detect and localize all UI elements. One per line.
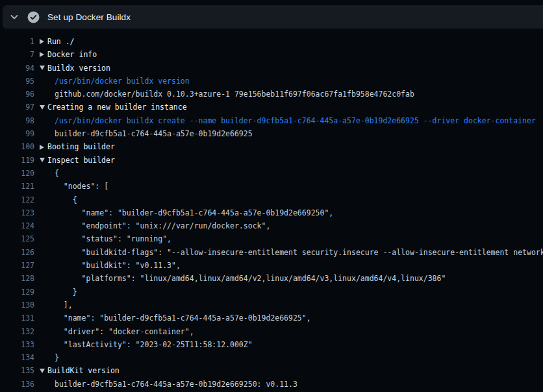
log-text: } (55, 286, 77, 299)
log-line: 119 Inspect builder (0, 154, 543, 167)
log-text: github.com/docker/buildx 0.10.3+azure-1 … (55, 88, 414, 101)
line-number[interactable]: 99 (0, 127, 34, 140)
line-number[interactable]: 94 (0, 62, 34, 75)
log-text: "buildkit": "v0.11.3", (55, 259, 181, 272)
line-number[interactable]: 134 (0, 351, 34, 364)
log-body: 1 Run ./ 7 Docker info 94 Buildx version… (0, 29, 543, 391)
group-expand-icon[interactable] (40, 48, 47, 61)
log-text: } (55, 351, 59, 364)
log-line: 100 Booting builder (0, 140, 543, 153)
log-line: 121 "nodes": [ (0, 180, 543, 193)
log-text: "endpoint": "unix:///var/run/docker.sock… (55, 219, 270, 232)
line-number[interactable]: 7 (0, 48, 34, 61)
log-text: "name": "builder-d9cfb5a1-c764-445a-a57e… (55, 312, 311, 325)
log-line: 136 builder-d9cfb5a1-c764-445a-a57e-0b19… (0, 378, 543, 391)
log-text: "nodes": [ (55, 180, 108, 193)
log-text: { (55, 193, 77, 206)
log-line: 97 Creating a new builder instance (0, 101, 543, 114)
line-number[interactable]: 128 (0, 272, 34, 285)
chevron-down-icon[interactable] (9, 12, 19, 22)
line-number[interactable]: 124 (0, 219, 34, 232)
step-header[interactable]: Set up Docker Buildx (3, 5, 543, 29)
group-collapse-icon[interactable] (40, 154, 47, 167)
log-text: "name": "builder-d9cfb5a1-c764-445a-a57e… (55, 206, 333, 219)
line-number[interactable]: 120 (0, 167, 34, 180)
line-number[interactable]: 121 (0, 180, 34, 193)
line-number[interactable]: 97 (0, 101, 34, 114)
line-number[interactable]: 129 (0, 286, 34, 299)
line-number[interactable]: 135 (0, 364, 34, 377)
line-number[interactable]: 130 (0, 299, 34, 312)
line-number[interactable]: 131 (0, 312, 34, 325)
check-circle-icon (27, 11, 40, 23)
group-collapse-icon[interactable] (40, 62, 47, 75)
log-line: 98 /usr/bin/docker buildx create --name … (0, 114, 543, 127)
line-number[interactable]: 1 (0, 35, 34, 48)
line-number[interactable]: 100 (0, 140, 34, 153)
step-title: Set up Docker Buildx (47, 12, 131, 22)
log-line: 131 "name": "builder-d9cfb5a1-c764-445a-… (0, 312, 543, 325)
log-text: "buildkitd-flags": "--allow-insecure-ent… (55, 246, 543, 259)
line-number[interactable]: 126 (0, 246, 34, 259)
log-text: ], (55, 299, 73, 312)
group-expand-icon[interactable] (40, 140, 47, 153)
log-text: { (55, 167, 59, 180)
log-text: "status": "running", (55, 232, 171, 245)
log-text: Docker info (47, 48, 97, 61)
log-line: 124 "endpoint": "unix:///var/run/docker.… (0, 219, 543, 232)
log-text: Booting builder (47, 140, 115, 153)
log-line: 1 Run ./ (0, 35, 543, 48)
log-line: 7 Docker info (0, 48, 543, 61)
line-number[interactable]: 133 (0, 338, 34, 351)
log-text: Inspect builder (47, 154, 115, 167)
log-text: builder-d9cfb5a1-c764-445a-a57e-0b19d2e6… (55, 378, 297, 391)
log-line: 122 { (0, 193, 543, 206)
log-line: 94 Buildx version (0, 62, 543, 75)
log-line: 135 BuildKit version (0, 364, 543, 377)
log-line: 132 "driver": "docker-container", (0, 325, 543, 338)
log-text: /usr/bin/docker buildx version (55, 75, 190, 88)
log-line: 130 ], (0, 299, 543, 312)
log-line: 95 /usr/bin/docker buildx version (0, 75, 543, 88)
log-line: 133 "lastActivity": "2023-02-25T11:58:12… (0, 338, 543, 351)
log-line: 129 } (0, 286, 543, 299)
log-text: Buildx version (47, 62, 110, 75)
log-line: 126 "buildkitd-flags": "--allow-insecure… (0, 246, 543, 259)
line-number[interactable]: 127 (0, 259, 34, 272)
log-line: 125 "status": "running", (0, 232, 543, 245)
line-number[interactable]: 125 (0, 232, 34, 245)
log-text: "driver": "docker-container", (55, 325, 194, 338)
line-number[interactable]: 123 (0, 206, 34, 219)
log-text: "lastActivity": "2023-02-25T11:58:12.000… (55, 338, 253, 351)
group-collapse-icon[interactable] (40, 101, 47, 114)
log-line: 99 builder-d9cfb5a1-c764-445a-a57e-0b19d… (0, 127, 543, 140)
log-text: Run ./ (47, 35, 75, 48)
line-number[interactable]: 96 (0, 88, 34, 101)
log-line: 128 "platforms": "linux/amd64,linux/amd6… (0, 272, 543, 285)
log-text: /usr/bin/docker buildx create --name bui… (55, 114, 536, 127)
line-number[interactable]: 132 (0, 325, 34, 338)
group-collapse-icon[interactable] (40, 364, 47, 377)
line-number[interactable]: 119 (0, 154, 34, 167)
log-line: 127 "buildkit": "v0.11.3", (0, 259, 543, 272)
line-number[interactable]: 95 (0, 75, 34, 88)
log-line: 96 github.com/docker/buildx 0.10.3+azure… (0, 88, 543, 101)
log-text: builder-d9cfb5a1-c764-445a-a57e-0b19d2e6… (55, 127, 253, 140)
log-line: 134 } (0, 351, 543, 364)
log-text: Creating a new builder instance (47, 101, 187, 114)
line-number[interactable]: 98 (0, 114, 34, 127)
log-text: "platforms": "linux/amd64,linux/amd64/v2… (55, 272, 446, 285)
log-line: 120 { (0, 167, 543, 180)
line-number[interactable]: 122 (0, 193, 34, 206)
log-text: BuildKit version (47, 364, 120, 377)
log-line: 123 "name": "builder-d9cfb5a1-c764-445a-… (0, 206, 543, 219)
line-number[interactable]: 136 (0, 378, 34, 391)
group-expand-icon[interactable] (40, 35, 47, 48)
